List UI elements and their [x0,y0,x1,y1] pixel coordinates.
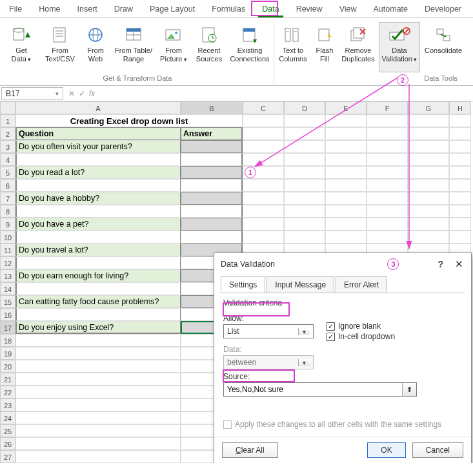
cell-A25[interactable] [15,424,181,437]
row-hdr[interactable]: 25 [0,424,15,437]
cell-A22[interactable] [15,386,181,398]
clear-all-button[interactable]: Clear All [222,442,278,458]
col-G[interactable]: G [408,101,449,114]
cell-E6[interactable] [325,179,367,192]
cell-F8[interactable] [367,205,408,218]
row-hdr[interactable]: 27 [0,450,15,463]
cell-G1[interactable] [408,114,449,127]
tab-settings[interactable]: Settings [221,276,265,293]
row-hdr[interactable]: 21 [0,373,15,386]
cell-B10[interactable] [181,231,243,243]
cell-F2[interactable] [367,127,408,140]
cell-H8[interactable] [449,205,471,218]
cell-E8[interactable] [325,205,367,218]
cell-E5[interactable] [325,166,367,179]
row-hdr[interactable]: 19 [0,347,15,360]
cancel-button[interactable]: Cancel [412,442,463,458]
menu-insert[interactable]: Insert [74,2,101,17]
flash-fill-button[interactable]: FlashFill [312,22,337,72]
cell-G9[interactable] [408,218,449,231]
cell-F9[interactable] [367,218,408,231]
cell-A4[interactable] [15,153,181,166]
cell-C10[interactable] [243,231,284,243]
recent-sources-button[interactable]: RecentSources [192,22,226,72]
dialog-help-button[interactable]: ? [438,259,443,269]
col-E[interactable]: E [325,101,367,114]
enter-icon[interactable]: ✓ [79,89,85,98]
menu-file[interactable]: File [5,2,26,17]
row-hdr[interactable]: 9 [0,218,15,231]
cancel-icon[interactable]: ✕ [68,89,75,98]
cell-G5[interactable] [408,166,449,179]
menu-developer[interactable]: Developer [421,2,465,17]
cell-F4[interactable] [367,153,408,166]
existing-connections-button[interactable]: ExistingConnections [227,22,272,72]
cell-A16[interactable] [15,308,181,321]
col-F[interactable]: F [367,101,408,114]
row-hdr[interactable]: 8 [0,205,15,218]
menu-formulas[interactable]: Formulas [208,2,249,17]
in-cell-dropdown-checkbox[interactable]: ✓In-cell dropdown [327,332,395,341]
cell-C6[interactable] [243,179,284,192]
cell-A2[interactable]: Question [15,127,181,140]
cell-F6[interactable] [367,179,408,192]
col-H[interactable]: H [449,101,471,114]
cell-A26[interactable] [15,437,181,450]
menu-page-layout[interactable]: Page Layout [146,2,199,17]
cell-D4[interactable] [284,153,325,166]
get-data-button[interactable]: GetData [3,22,40,72]
cell-D8[interactable] [284,205,325,218]
cell-C9[interactable] [243,218,284,231]
cell-G2[interactable] [408,127,449,140]
cell-F10[interactable] [367,231,408,243]
cell-F5[interactable] [367,166,408,179]
cell-E7[interactable] [325,192,367,205]
cell-B8[interactable] [181,205,243,218]
range-picker-button[interactable]: ⬆ [402,383,416,396]
cell-A5[interactable]: Do you read a lot? [15,166,181,179]
cell-B9[interactable] [181,218,243,231]
consolidate-button[interactable]: Consolidate [421,22,465,72]
row-hdr[interactable]: 20 [0,360,15,373]
cell-F1[interactable] [367,114,408,127]
col-D[interactable]: D [284,101,325,114]
cell-G4[interactable] [408,153,449,166]
cell-A19[interactable] [15,347,181,360]
select-all-corner[interactable] [0,101,15,114]
cell-H10[interactable] [449,231,471,243]
cell-G8[interactable] [408,205,449,218]
row-hdr[interactable]: 7 [0,192,15,205]
from-table-range-button[interactable]: From Table/Range [112,22,155,72]
data-validation-button[interactable]: DataValidation [379,22,420,72]
cell-A7[interactable]: Do you have a hobby? [15,192,181,205]
menu-review[interactable]: Review [292,2,327,17]
cell-H5[interactable] [449,166,471,179]
cell-A23[interactable] [15,398,181,411]
cell-A14[interactable] [15,282,181,295]
menu-data[interactable]: Data [258,2,283,17]
row-hdr[interactable]: 11 [0,243,15,256]
cell-H7[interactable] [449,192,471,205]
cell-A10[interactable] [15,231,181,243]
fx-icon[interactable]: fx [89,89,95,98]
cell-H2[interactable] [449,127,471,140]
tab-error-alert[interactable]: Error Alert [336,276,387,293]
allow-select[interactable]: List▾ [223,324,314,338]
tab-input-message[interactable]: Input Message [267,276,334,293]
text-to-columns-button[interactable]: Text toColumns [276,22,310,72]
from-text-csv-button[interactable]: FromText/CSV [41,22,79,72]
cell-A27[interactable] [15,450,181,463]
menu-home[interactable]: Home [35,2,64,17]
cell-E10[interactable] [325,231,367,243]
cell-A18[interactable] [15,334,181,347]
cell-B3[interactable] [181,140,243,153]
cell-B6[interactable] [181,179,243,192]
cell-B5[interactable] [181,166,243,179]
row-hdr[interactable]: 14 [0,282,15,295]
from-picture-button[interactable]: FromPicture [156,22,191,72]
cell-H6[interactable] [449,179,471,192]
cell-G6[interactable] [408,179,449,192]
row-hdr[interactable]: 15 [0,295,15,308]
menu-view[interactable]: View [336,2,361,17]
cell-H4[interactable] [449,153,471,166]
